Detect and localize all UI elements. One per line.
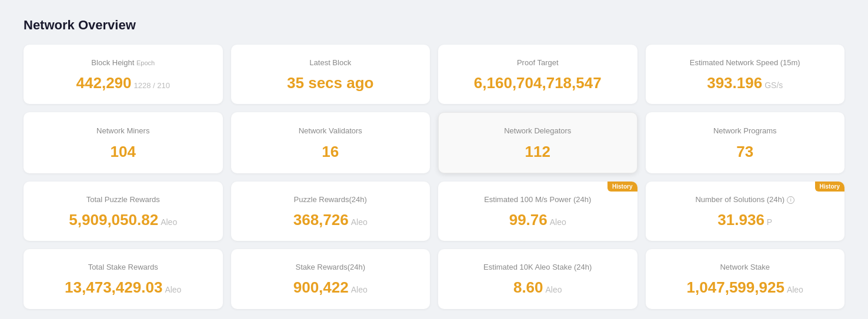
card-label-proof-target: Proof Target [517, 58, 559, 68]
card-label-latest-block: Latest Block [309, 58, 351, 68]
card-label-total-puzzle-rewards: Total Puzzle Rewards [86, 194, 160, 205]
card-label-puzzle-rewards-24h: Puzzle Rewards(24h) [294, 194, 367, 205]
card-stake-rewards-24h: Stake Rewards(24h)900,422Aleo [231, 249, 430, 308]
cards-grid: Block Height Epoch442,2901228 / 210Lates… [24, 45, 844, 309]
info-icon-number-of-solutions[interactable]: i [787, 196, 794, 204]
card-value-stake-rewards-24h: 900,422Aleo [293, 278, 368, 297]
badge-estimated-100-mhs-power: History [607, 182, 637, 192]
card-network-stake: Network Stake1,047,599,925Aleo [646, 249, 845, 308]
card-label-block-height: Block Height Epoch [91, 58, 155, 68]
card-value-network-programs: 73 [736, 143, 753, 161]
card-network-validators: Network Validators16 [231, 112, 430, 173]
card-value-puzzle-rewards-24h: 368,726Aleo [293, 211, 368, 229]
card-proof-target: Proof Target6,160,704,718,547 [438, 45, 637, 104]
card-latest-block: Latest Block35 secs ago [231, 45, 430, 104]
card-label-total-stake-rewards: Total Stake Rewards [88, 262, 158, 273]
page-title: Network Overview [24, 18, 844, 33]
card-total-stake-rewards: Total Stake Rewards13,473,429.03Aleo [24, 249, 223, 308]
card-label-network-programs: Network Programs [713, 126, 777, 136]
card-puzzle-rewards-24h: Puzzle Rewards(24h)368,726Aleo [231, 182, 430, 241]
card-value-network-delegators: 112 [525, 143, 550, 161]
card-value-block-height: 442,2901228 / 210 [76, 74, 170, 92]
card-value-estimated-100-mhs-power: 99.76Aleo [509, 211, 566, 229]
card-value-total-puzzle-rewards: 5,909,050.82Aleo [69, 211, 177, 229]
card-value-latest-block: 35 secs ago [287, 74, 373, 92]
card-value-proof-target: 6,160,704,718,547 [474, 74, 602, 92]
card-label-network-validators: Network Validators [299, 126, 362, 136]
card-value-total-stake-rewards: 13,473,429.03Aleo [65, 278, 181, 297]
card-network-programs: Network Programs73 [646, 112, 845, 173]
card-estimated-100-mhs-power: HistoryEstimated 100 M/s Power (24h)99.7… [438, 182, 637, 241]
card-label-number-of-solutions: Number of Solutions (24h)i [695, 194, 794, 205]
card-label-network-miners: Network Miners [96, 126, 149, 136]
card-label-estimated-100-mhs-power: Estimated 100 M/s Power (24h) [484, 194, 591, 205]
card-estimated-10k-aleo-stake: Estimated 10K Aleo Stake (24h)8.60Aleo [438, 249, 637, 308]
card-label-stake-rewards-24h: Stake Rewards(24h) [296, 262, 366, 273]
card-block-height: Block Height Epoch442,2901228 / 210 [24, 45, 223, 104]
card-label-network-delegators: Network Delegators [504, 126, 571, 136]
card-label-network-stake: Network Stake [720, 262, 770, 273]
card-label-estimated-10k-aleo-stake: Estimated 10K Aleo Stake (24h) [483, 262, 592, 273]
card-number-of-solutions: HistoryNumber of Solutions (24h)i31.936P [646, 182, 845, 241]
card-estimated-network-speed: Estimated Network Speed (15m)393.196GS/s [646, 45, 845, 104]
card-value-network-stake: 1,047,599,925Aleo [687, 278, 803, 297]
card-value-estimated-network-speed: 393.196GS/s [707, 74, 783, 92]
card-label-estimated-network-speed: Estimated Network Speed (15m) [690, 58, 800, 68]
card-value-estimated-10k-aleo-stake: 8.60Aleo [513, 278, 562, 297]
card-value-network-validators: 16 [322, 143, 339, 161]
card-network-miners: Network Miners104 [24, 112, 223, 173]
card-value-number-of-solutions: 31.936P [717, 211, 772, 229]
card-network-delegators: Network Delegators112 [438, 112, 637, 173]
card-total-puzzle-rewards: Total Puzzle Rewards5,909,050.82Aleo [24, 182, 223, 241]
card-value-network-miners: 104 [111, 143, 136, 161]
badge-number-of-solutions: History [815, 182, 844, 192]
